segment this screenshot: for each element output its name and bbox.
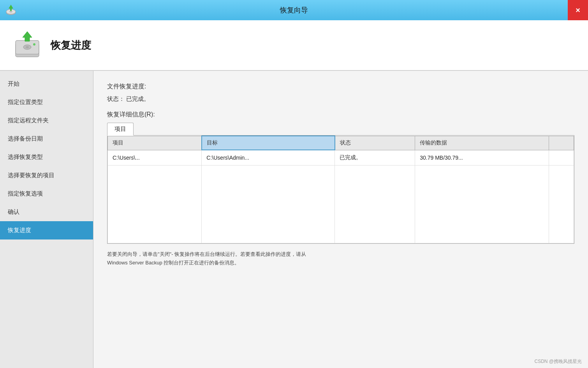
cell-target: C:\Users\Admin... [202, 150, 335, 165]
sidebar-item-recovery-items[interactable]: 选择要恢复的项目 [0, 166, 93, 185]
table-row: C:\Users\... C:\Users\Admin... 已完成。 30.7… [108, 150, 574, 165]
col-header-item: 项目 [108, 136, 202, 150]
cell-data: 30.79 MB/30.79... [415, 150, 549, 165]
sidebar-item-confirm[interactable]: 确认 [0, 203, 93, 221]
col-header-status: 状态 [335, 136, 415, 150]
tab-header: 项目 [107, 123, 574, 136]
svg-point-2 [9, 11, 12, 12]
footer-note-line1: 若要关闭向导，请单击"关闭"- 恢复操作将在后台继续运行。若要查看此操作的进度，… [107, 250, 574, 259]
watermark: CSDN @携晚风揽星光 [534, 358, 582, 365]
status-value: 已完成。 [126, 95, 150, 102]
sidebar-item-start[interactable]: 开始 [0, 75, 93, 93]
col-header-data: 传输的数据 [415, 136, 549, 150]
content-area: 文件恢复进度: 状态： 已完成。 恢复详细信息(R): 项目 项目 目标 [93, 71, 588, 368]
close-button[interactable]: × [568, 0, 588, 20]
header-icon [12, 30, 43, 61]
sidebar-item-recovery-type[interactable]: 选择恢复类型 [0, 148, 93, 166]
status-label: 状态： [107, 95, 125, 102]
file-recovery-title: 文件恢复进度: [107, 83, 574, 91]
sidebar-item-location-type[interactable]: 指定位置类型 [0, 93, 93, 111]
sidebar-item-recovery-progress[interactable]: 恢复进度 [0, 221, 93, 239]
col-header-extra [549, 136, 574, 150]
main-container: 恢复进度 开始 指定位置类型 指定远程文件夹 选择备份日期 选择恢复类型 选择要… [0, 20, 588, 368]
col-header-target: 目标 [202, 136, 335, 150]
svg-point-7 [26, 46, 29, 48]
title-bar-title: 恢复向导 [280, 5, 308, 15]
svg-point-8 [33, 43, 35, 46]
footer-note-line2: Windows Server Backup 控制台打开正在进行的备份消息。 [107, 259, 574, 267]
svg-marker-9 [23, 32, 32, 41]
sidebar-item-recovery-options[interactable]: 指定恢复选项 [0, 185, 93, 203]
tab-items[interactable]: 项目 [107, 123, 134, 136]
status-row: 状态： 已完成。 [107, 95, 574, 103]
title-bar: 恢复向导 × [0, 0, 588, 20]
cell-status: 已完成。 [335, 150, 415, 165]
page-title: 恢复进度 [51, 39, 91, 52]
cell-extra [549, 150, 574, 165]
data-table: 项目 目标 状态 传输的数据 C:\Users\... C:\Users\Adm… [107, 136, 574, 243]
cell-item: C:\Users\... [108, 150, 202, 165]
footer-note: 若要关闭向导，请单击"关闭"- 恢复操作将在后台继续运行。若要查看此操作的进度，… [107, 250, 574, 267]
sidebar-item-backup-date[interactable]: 选择备份日期 [0, 130, 93, 148]
tab-container: 项目 项目 目标 状态 传输的数据 [107, 123, 574, 244]
app-icon [5, 4, 17, 16]
empty-row [108, 165, 574, 243]
table-wrapper: 项目 目标 状态 传输的数据 C:\Users\... C:\Users\Adm… [107, 135, 574, 244]
detail-title: 恢复详细信息(R): [107, 111, 574, 119]
body-area: 开始 指定位置类型 指定远程文件夹 选择备份日期 选择恢复类型 选择要恢复的项目… [0, 71, 588, 368]
header-section: 恢复进度 [0, 20, 588, 71]
sidebar-item-remote-folder[interactable]: 指定远程文件夹 [0, 111, 93, 130]
sidebar: 开始 指定位置类型 指定远程文件夹 选择备份日期 选择恢复类型 选择要恢复的项目… [0, 71, 93, 368]
